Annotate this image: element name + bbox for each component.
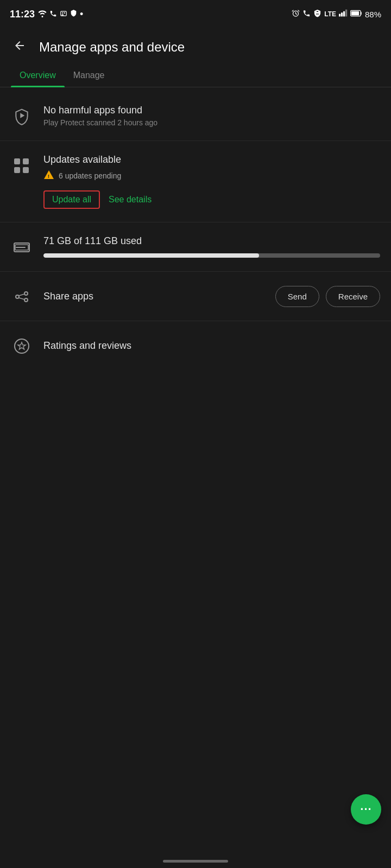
- lte-icon: LTE: [324, 10, 336, 18]
- fab-dots-icon: ···: [360, 802, 371, 816]
- fab-button[interactable]: ···: [351, 794, 381, 825]
- play-protect-subtitle: Play Protect scanned 2 hours ago: [43, 118, 380, 127]
- updates-title: Updates available: [43, 154, 380, 165]
- status-right: LTE 88%: [292, 9, 381, 20]
- battery-icon: [350, 9, 362, 19]
- play-protect-icon: [11, 106, 33, 127]
- svg-point-2: [64, 12, 65, 13]
- share-apps-section: Share apps Send Receive: [0, 272, 391, 321]
- svg-rect-6: [343, 11, 345, 17]
- status-left: 11:23: [10, 9, 83, 20]
- svg-line-18: [19, 294, 24, 296]
- wifi-icon: [38, 10, 47, 19]
- svg-rect-7: [345, 10, 347, 17]
- svg-point-20: [15, 339, 29, 353]
- share-apps-icon: [11, 286, 33, 308]
- status-icons: •: [38, 9, 83, 20]
- home-indicator: [163, 860, 228, 863]
- alarm-icon: [292, 9, 300, 20]
- storage-icon: [11, 237, 33, 258]
- svg-marker-10: [20, 113, 24, 118]
- receive-button[interactable]: Receive: [326, 286, 380, 307]
- storage-progress-bar: [43, 253, 380, 258]
- svg-point-17: [24, 298, 28, 302]
- play-protect-section: No harmful apps found Play Protect scann…: [0, 92, 391, 141]
- page-title: Manage apps and device: [39, 40, 185, 55]
- updates-actions: Update all See details: [43, 190, 380, 209]
- status-time: 11:23: [10, 9, 35, 20]
- signal-icon: [339, 9, 348, 19]
- battery-percentage: 88%: [365, 10, 381, 19]
- svg-rect-4: [339, 14, 340, 17]
- send-button[interactable]: Send: [275, 286, 319, 307]
- pending-text: 6 updates pending: [59, 171, 121, 180]
- updates-section: Updates available ! 6 updates pending Up…: [0, 141, 391, 222]
- teams-icon: [60, 10, 67, 19]
- page-header: Manage apps and device: [0, 28, 391, 64]
- update-all-button[interactable]: Update all: [43, 190, 100, 209]
- svg-point-15: [16, 295, 19, 298]
- see-details-button[interactable]: See details: [109, 195, 152, 205]
- phone-icon: [49, 10, 57, 19]
- svg-line-19: [19, 298, 24, 299]
- svg-rect-5: [341, 12, 343, 16]
- storage-section: 71 GB of 111 GB used: [0, 222, 391, 272]
- status-bar: 11:23: [0, 0, 391, 28]
- play-protect-title: No harmful apps found: [43, 105, 380, 116]
- tab-bar: Overview Manage: [0, 64, 391, 87]
- call-wifi-icon: [302, 9, 311, 20]
- share-buttons: Send Receive: [275, 286, 380, 307]
- shield-status-icon: [70, 9, 77, 19]
- storage-progress-fill: [43, 253, 259, 258]
- updates-icon: [11, 155, 33, 177]
- back-button[interactable]: [11, 37, 28, 58]
- svg-text:!: !: [48, 174, 49, 179]
- updates-pending: ! 6 updates pending: [43, 170, 380, 182]
- updates-content: Updates available ! 6 updates pending Up…: [43, 154, 380, 209]
- tab-overview[interactable]: Overview: [11, 64, 65, 87]
- share-apps-label: Share apps: [43, 291, 264, 302]
- dot-icon: •: [80, 9, 83, 20]
- ratings-icon: [11, 335, 33, 357]
- warning-triangle-icon: !: [43, 170, 54, 182]
- svg-point-1: [62, 12, 63, 13]
- svg-rect-9: [351, 11, 359, 16]
- svg-point-16: [24, 292, 28, 295]
- tab-manage[interactable]: Manage: [65, 64, 113, 87]
- storage-content: 71 GB of 111 GB used: [43, 235, 380, 258]
- storage-title: 71 GB of 111 GB used: [43, 235, 380, 247]
- play-protect-content: No harmful apps found Play Protect scann…: [43, 105, 380, 127]
- vpn-icon: [313, 9, 321, 20]
- ratings-section[interactable]: Ratings and reviews: [0, 321, 391, 370]
- ratings-title: Ratings and reviews: [43, 340, 131, 352]
